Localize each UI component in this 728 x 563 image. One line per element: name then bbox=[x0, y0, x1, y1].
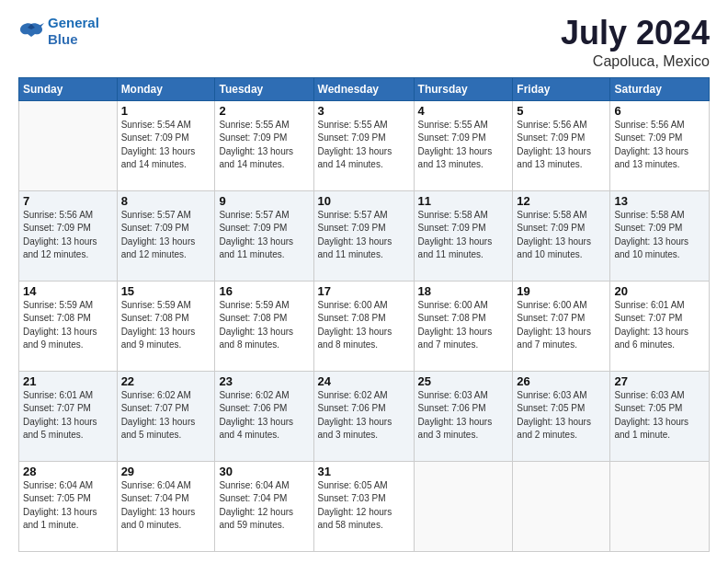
logo-icon bbox=[18, 20, 44, 42]
calendar-header-row: Sunday Monday Tuesday Wednesday Thursday… bbox=[19, 77, 710, 100]
calendar-week-row: 7Sunrise: 5:56 AM Sunset: 7:09 PM Daylig… bbox=[19, 190, 710, 281]
day-number: 31 bbox=[318, 465, 410, 478]
day-info: Sunrise: 6:04 AM Sunset: 7:05 PM Dayligh… bbox=[23, 479, 113, 533]
logo-line2: Blue bbox=[48, 31, 78, 47]
day-info: Sunrise: 6:04 AM Sunset: 7:04 PM Dayligh… bbox=[121, 479, 211, 533]
table-row: 25Sunrise: 6:03 AM Sunset: 7:06 PM Dayli… bbox=[414, 371, 513, 461]
table-row: 23Sunrise: 6:02 AM Sunset: 7:06 PM Dayli… bbox=[215, 371, 313, 461]
day-number: 25 bbox=[418, 374, 509, 388]
day-number: 5 bbox=[517, 104, 606, 118]
day-number: 12 bbox=[517, 194, 606, 208]
day-info: Sunrise: 5:56 AM Sunset: 7:09 PM Dayligh… bbox=[23, 209, 113, 262]
day-number: 4 bbox=[418, 104, 509, 118]
day-info: Sunrise: 5:54 AM Sunset: 7:09 PM Dayligh… bbox=[121, 119, 211, 172]
header: General Blue July 2024 Capoluca, Mexico bbox=[18, 15, 710, 70]
col-tuesday: Tuesday bbox=[215, 77, 313, 100]
day-info: Sunrise: 5:56 AM Sunset: 7:09 PM Dayligh… bbox=[517, 119, 606, 172]
table-row bbox=[610, 461, 710, 551]
table-row: 3Sunrise: 5:55 AM Sunset: 7:09 PM Daylig… bbox=[313, 100, 414, 190]
day-info: Sunrise: 6:05 AM Sunset: 7:03 PM Dayligh… bbox=[318, 479, 410, 533]
day-number: 3 bbox=[318, 104, 410, 118]
table-row: 24Sunrise: 6:02 AM Sunset: 7:06 PM Dayli… bbox=[313, 371, 414, 461]
day-info: Sunrise: 5:59 AM Sunset: 7:08 PM Dayligh… bbox=[219, 299, 309, 352]
table-row: 5Sunrise: 5:56 AM Sunset: 7:09 PM Daylig… bbox=[513, 100, 610, 190]
day-info: Sunrise: 5:58 AM Sunset: 7:09 PM Dayligh… bbox=[517, 209, 606, 262]
table-row: 22Sunrise: 6:02 AM Sunset: 7:07 PM Dayli… bbox=[117, 371, 215, 461]
day-number: 26 bbox=[517, 374, 606, 388]
logo: General Blue bbox=[18, 15, 99, 48]
day-number: 15 bbox=[121, 284, 211, 298]
table-row: 10Sunrise: 5:57 AM Sunset: 7:09 PM Dayli… bbox=[313, 190, 414, 281]
table-row: 11Sunrise: 5:58 AM Sunset: 7:09 PM Dayli… bbox=[414, 190, 513, 281]
table-row: 26Sunrise: 6:03 AM Sunset: 7:05 PM Dayli… bbox=[513, 371, 610, 461]
table-row: 31Sunrise: 6:05 AM Sunset: 7:03 PM Dayli… bbox=[313, 461, 414, 551]
table-row: 21Sunrise: 6:01 AM Sunset: 7:07 PM Dayli… bbox=[19, 371, 118, 461]
day-info: Sunrise: 6:00 AM Sunset: 7:08 PM Dayligh… bbox=[418, 299, 509, 352]
day-number: 21 bbox=[23, 374, 113, 388]
calendar-week-row: 14Sunrise: 5:59 AM Sunset: 7:08 PM Dayli… bbox=[19, 281, 710, 371]
col-wednesday: Wednesday bbox=[313, 77, 414, 100]
day-number: 2 bbox=[219, 104, 309, 118]
day-number: 20 bbox=[614, 284, 705, 298]
day-number: 17 bbox=[318, 284, 410, 298]
table-row: 7Sunrise: 5:56 AM Sunset: 7:09 PM Daylig… bbox=[19, 190, 118, 281]
day-info: Sunrise: 5:57 AM Sunset: 7:09 PM Dayligh… bbox=[318, 209, 410, 262]
day-info: Sunrise: 6:02 AM Sunset: 7:06 PM Dayligh… bbox=[318, 389, 410, 442]
day-number: 7 bbox=[23, 194, 113, 208]
table-row: 2Sunrise: 5:55 AM Sunset: 7:09 PM Daylig… bbox=[215, 100, 313, 190]
table-row: 30Sunrise: 6:04 AM Sunset: 7:04 PM Dayli… bbox=[215, 461, 313, 551]
day-info: Sunrise: 5:57 AM Sunset: 7:09 PM Dayligh… bbox=[219, 209, 309, 262]
day-number: 29 bbox=[121, 465, 211, 478]
day-info: Sunrise: 5:55 AM Sunset: 7:09 PM Dayligh… bbox=[219, 119, 309, 172]
table-row: 9Sunrise: 5:57 AM Sunset: 7:09 PM Daylig… bbox=[215, 190, 313, 281]
location: Capoluca, Mexico bbox=[561, 53, 710, 70]
day-number: 16 bbox=[219, 284, 309, 298]
table-row: 15Sunrise: 5:59 AM Sunset: 7:08 PM Dayli… bbox=[117, 281, 215, 371]
title-block: July 2024 Capoluca, Mexico bbox=[561, 15, 710, 70]
table-row: 8Sunrise: 5:57 AM Sunset: 7:09 PM Daylig… bbox=[117, 190, 215, 281]
col-monday: Monday bbox=[117, 77, 215, 100]
table-row bbox=[414, 461, 513, 551]
calendar-week-row: 28Sunrise: 6:04 AM Sunset: 7:05 PM Dayli… bbox=[19, 461, 710, 551]
day-number: 23 bbox=[219, 374, 309, 388]
day-number: 6 bbox=[614, 104, 705, 118]
day-info: Sunrise: 6:02 AM Sunset: 7:07 PM Dayligh… bbox=[121, 389, 211, 442]
day-info: Sunrise: 6:03 AM Sunset: 7:05 PM Dayligh… bbox=[517, 389, 606, 442]
calendar-week-row: 1Sunrise: 5:54 AM Sunset: 7:09 PM Daylig… bbox=[19, 100, 710, 190]
table-row: 1Sunrise: 5:54 AM Sunset: 7:09 PM Daylig… bbox=[117, 100, 215, 190]
col-friday: Friday bbox=[513, 77, 610, 100]
table-row: 4Sunrise: 5:55 AM Sunset: 7:09 PM Daylig… bbox=[414, 100, 513, 190]
day-number: 9 bbox=[219, 194, 309, 208]
day-info: Sunrise: 6:04 AM Sunset: 7:04 PM Dayligh… bbox=[219, 479, 309, 533]
col-thursday: Thursday bbox=[414, 77, 513, 100]
day-info: Sunrise: 6:03 AM Sunset: 7:05 PM Dayligh… bbox=[614, 389, 705, 442]
day-number: 1 bbox=[121, 104, 211, 118]
day-info: Sunrise: 6:01 AM Sunset: 7:07 PM Dayligh… bbox=[23, 389, 113, 442]
table-row: 13Sunrise: 5:58 AM Sunset: 7:09 PM Dayli… bbox=[610, 190, 710, 281]
day-number: 13 bbox=[614, 194, 705, 208]
day-info: Sunrise: 5:58 AM Sunset: 7:09 PM Dayligh… bbox=[614, 209, 705, 262]
day-number: 8 bbox=[121, 194, 211, 208]
day-number: 14 bbox=[23, 284, 113, 298]
day-info: Sunrise: 5:58 AM Sunset: 7:09 PM Dayligh… bbox=[418, 209, 509, 262]
col-saturday: Saturday bbox=[610, 77, 710, 100]
day-number: 11 bbox=[418, 194, 509, 208]
table-row: 18Sunrise: 6:00 AM Sunset: 7:08 PM Dayli… bbox=[414, 281, 513, 371]
day-number: 18 bbox=[418, 284, 509, 298]
page: General Blue July 2024 Capoluca, Mexico … bbox=[0, 0, 728, 563]
day-number: 24 bbox=[318, 374, 410, 388]
day-number: 10 bbox=[318, 194, 410, 208]
day-number: 27 bbox=[614, 374, 705, 388]
day-number: 19 bbox=[517, 284, 606, 298]
day-number: 30 bbox=[219, 465, 309, 478]
day-info: Sunrise: 6:01 AM Sunset: 7:07 PM Dayligh… bbox=[614, 299, 705, 352]
month-year: July 2024 bbox=[561, 15, 710, 52]
day-info: Sunrise: 6:00 AM Sunset: 7:07 PM Dayligh… bbox=[517, 299, 606, 352]
day-info: Sunrise: 5:59 AM Sunset: 7:08 PM Dayligh… bbox=[23, 299, 113, 352]
table-row: 14Sunrise: 5:59 AM Sunset: 7:08 PM Dayli… bbox=[19, 281, 118, 371]
day-info: Sunrise: 5:55 AM Sunset: 7:09 PM Dayligh… bbox=[418, 119, 509, 172]
table-row: 28Sunrise: 6:04 AM Sunset: 7:05 PM Dayli… bbox=[19, 461, 118, 551]
calendar-week-row: 21Sunrise: 6:01 AM Sunset: 7:07 PM Dayli… bbox=[19, 371, 710, 461]
day-info: Sunrise: 6:03 AM Sunset: 7:06 PM Dayligh… bbox=[418, 389, 509, 442]
table-row: 27Sunrise: 6:03 AM Sunset: 7:05 PM Dayli… bbox=[610, 371, 710, 461]
